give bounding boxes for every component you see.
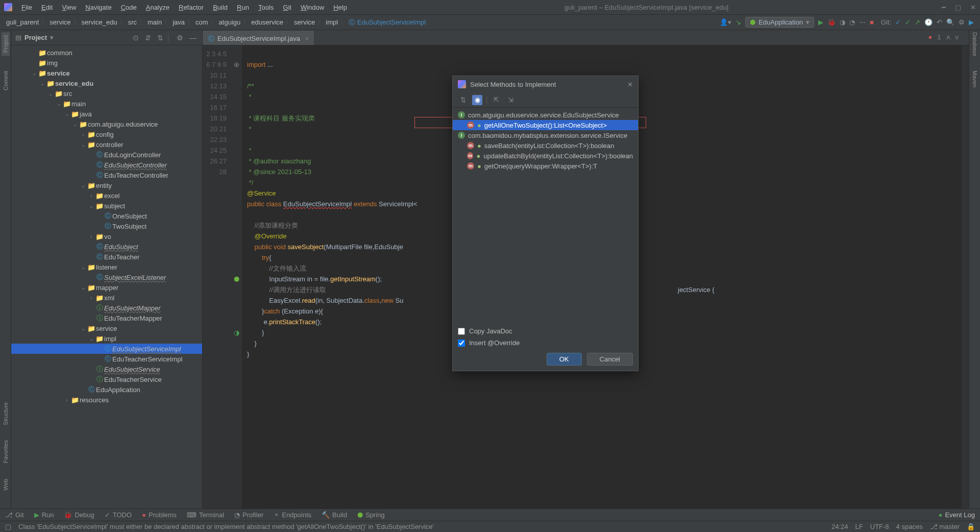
chevron-down-icon[interactable]: ⌄ [63, 111, 70, 117]
plugin-icon[interactable]: ▶ [969, 18, 974, 26]
tree-row[interactable]: ⌄📁src [11, 88, 202, 99]
locate-icon[interactable]: ⊙ [131, 34, 140, 42]
chevron-right-icon[interactable]: › [88, 193, 95, 199]
event-log[interactable]: ●Event Log [939, 511, 975, 519]
chevron-down-icon[interactable]: ⌄ [39, 81, 46, 86]
maximize-icon[interactable]: ▢ [955, 4, 961, 11]
indent-info[interactable]: 4 spaces [896, 523, 923, 530]
git-branch[interactable]: ⎇ master [930, 523, 960, 530]
git-commit-icon[interactable]: ✓ [905, 18, 911, 26]
menu-code[interactable]: Code [117, 2, 141, 13]
tree-row[interactable]: ⌄📁subject [11, 201, 202, 211]
tree-row[interactable]: ›📁vo [11, 231, 202, 241]
tree-row[interactable]: ⒸEduSubject [11, 241, 202, 252]
caret-position[interactable]: 24:24 [831, 523, 848, 530]
breadcrumb-item[interactable]: main [148, 18, 162, 26]
tool-build[interactable]: 🔨Build [322, 511, 347, 519]
filter-icon[interactable]: ◉ [472, 95, 482, 105]
breadcrumb-item[interactable]: service [294, 18, 315, 26]
menu-view[interactable]: View [58, 2, 80, 13]
tree-row[interactable]: ⌄📁service [11, 323, 202, 333]
tree-row[interactable]: ⒸEduTeacherController [11, 170, 202, 180]
tree-row[interactable]: ⌄📁service_edu [11, 78, 202, 88]
tool-web[interactable]: Web [3, 479, 9, 490]
dialog-interface-row[interactable]: I com.atguigu.eduservice.service.EduSubj… [453, 110, 638, 120]
next-highlight-icon[interactable]: v [955, 33, 959, 41]
chevron-right-icon[interactable]: › [88, 234, 95, 239]
tool-maven[interactable]: Maven [972, 70, 978, 87]
tree-row[interactable]: ⒸEduTeacherServiceImpl [11, 354, 202, 364]
breadcrumb-item[interactable]: service_edu [82, 18, 117, 26]
breadcrumb-item[interactable]: service [50, 18, 70, 26]
tool-favorites[interactable]: Favorites [3, 440, 9, 463]
tree-row[interactable]: ›📁resources [11, 395, 202, 405]
tool-commit[interactable]: Commit [3, 71, 9, 90]
chevron-down-icon[interactable]: ⌄ [80, 264, 87, 270]
tab-close-icon[interactable]: × [305, 35, 309, 42]
tree-row[interactable]: ⒾEduTeacherService [11, 374, 202, 384]
user-icon[interactable]: 👤▾ [720, 18, 731, 26]
tree-row[interactable]: ⒸTwoSubject [11, 221, 202, 231]
tool-problems[interactable]: ●Problems [142, 511, 177, 519]
chevron-right-icon[interactable]: › [63, 397, 70, 403]
breadcrumb-item[interactable]: guli_parent [6, 18, 39, 26]
tree-row[interactable]: ›📁config [11, 129, 202, 139]
dialog-method-tree[interactable]: I com.atguigu.eduservice.service.EduSubj… [453, 108, 638, 322]
minimize-icon[interactable]: ━ [942, 4, 946, 11]
debug-icon[interactable]: 🐞 [827, 18, 836, 26]
breadcrumb-item[interactable]: atguigu [219, 18, 241, 26]
tool-project[interactable]: Project [2, 32, 10, 56]
dialog-method-row[interactable]: m ● getOne(queryWrapper:Wrapper<T>):T [453, 161, 638, 171]
tree-row[interactable]: ⌄📁mapper [11, 282, 202, 293]
tree-row[interactable]: ⒾEduTeacherMapper [11, 313, 202, 323]
menu-file[interactable]: File [17, 2, 36, 13]
collapse-icon[interactable]: ⇅ [156, 34, 165, 42]
tree-row[interactable]: ⒸSubjectExcelListener [11, 272, 202, 282]
run-configuration-selector[interactable]: ⬢ EduApplication ▾ [745, 17, 814, 28]
inspection-summary[interactable]: ● 1 ʌ v [928, 33, 959, 41]
stop-icon[interactable]: ■ [870, 18, 874, 26]
tool-database[interactable]: Database [972, 32, 978, 56]
tree-row[interactable]: 📁img [11, 58, 202, 68]
tool-terminal[interactable]: ⌨Terminal [187, 511, 224, 519]
copy-javadoc-checkbox[interactable]: Copy JavaDoc [458, 327, 633, 335]
tree-row[interactable]: ⌄📁com.atguigu.eduservice [11, 119, 202, 129]
cancel-button[interactable]: Cancel [587, 353, 633, 366]
chevron-down-icon[interactable]: ⌄ [80, 326, 87, 331]
editor-tab[interactable]: Ⓒ EduSubjectServiceImpl.java × [203, 31, 314, 45]
breadcrumb-item[interactable]: eduservice [251, 18, 283, 26]
chevron-right-icon[interactable]: › [88, 295, 95, 301]
tree-row[interactable]: ⒾEduSubjectService [11, 364, 202, 374]
tool-run[interactable]: ▶Run [34, 511, 54, 519]
tree-row[interactable]: ⒸOneSubject [11, 211, 202, 221]
tree-row[interactable]: ⌄📁service [11, 68, 202, 78]
menu-window[interactable]: Window [297, 2, 328, 13]
menu-edit[interactable]: Edit [37, 2, 57, 13]
chevron-right-icon[interactable]: › [80, 132, 87, 137]
tree-row[interactable]: ⒸEduSubjectServiceImpl [11, 344, 202, 354]
tree-row[interactable]: ⌄📁impl [11, 333, 202, 344]
menu-navigate[interactable]: Navigate [81, 2, 115, 13]
chevron-down-icon[interactable]: ⌄ [80, 142, 87, 148]
git-history-icon[interactable]: 🕐 [924, 18, 933, 26]
menu-refactor[interactable]: Refactor [175, 2, 208, 13]
insert-override-checkbox[interactable]: Insert @Override [458, 339, 633, 347]
dialog-method-row[interactable]: m ● getAllOneTwoSubject():List<OneSubjec… [453, 120, 638, 130]
tree-row[interactable]: ⌄📁controller [11, 139, 202, 150]
breadcrumb-item[interactable]: com [195, 18, 208, 26]
chevron-down-icon[interactable]: ⌄ [88, 203, 95, 209]
chevron-down-icon[interactable]: ⌄ [47, 91, 54, 96]
tool-debug[interactable]: 🐞Debug [64, 511, 94, 519]
tool-todo[interactable]: ✓TODO [105, 511, 132, 519]
chevron-down-icon[interactable]: ⌄ [80, 285, 87, 291]
chevron-down-icon[interactable]: ⌄ [71, 122, 79, 127]
error-stripe[interactable] [962, 45, 969, 509]
menu-build[interactable]: Build [209, 2, 232, 13]
status-square-icon[interactable]: ▢ [5, 523, 11, 530]
tree-row[interactable]: ⒸEduLoginController [11, 150, 202, 160]
sort-icon[interactable]: ⇅ [458, 95, 468, 105]
dialog-method-row[interactable]: m ● updateBatchById(entityList:Collectio… [453, 151, 638, 161]
tool-profiler[interactable]: ◔Profiler [234, 511, 263, 519]
tree-row[interactable]: ⒸEduTeacher [11, 252, 202, 262]
run-icon[interactable]: ▶ [818, 18, 823, 26]
